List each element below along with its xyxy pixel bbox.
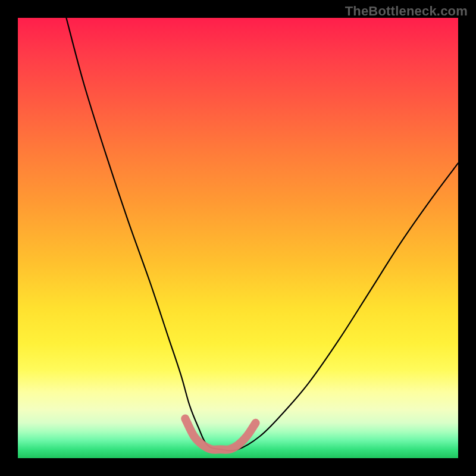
- chart-frame: TheBottleneck.com: [0, 0, 476, 476]
- plot-area: [18, 18, 458, 458]
- pink-band: [185, 418, 255, 449]
- black-curve: [66, 18, 458, 450]
- curve-svg: [18, 18, 458, 458]
- watermark-text: TheBottleneck.com: [345, 4, 468, 19]
